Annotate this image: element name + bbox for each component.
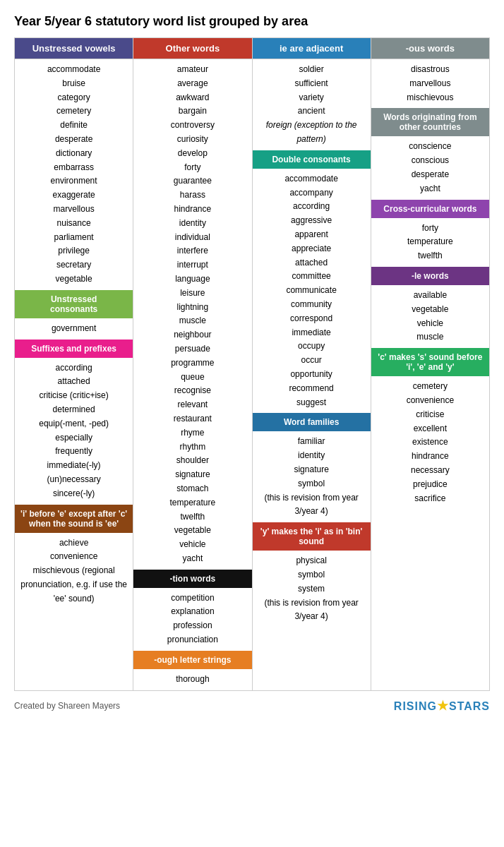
list-item: communicate [254, 284, 369, 298]
list-item: ancient [254, 104, 369, 119]
list-item: individual [135, 231, 250, 245]
list-item: shoulder [135, 454, 250, 468]
list-item: exaggerate [16, 188, 131, 203]
list-item: marvellous [373, 77, 488, 91]
le-words-header: -le words [371, 267, 489, 285]
list-item: neighbour [135, 328, 250, 342]
col-header-unstressed-vowels: Unstressed vowels [15, 38, 133, 59]
page-title: Year 5/year 6 statutory word list groupe… [14, 14, 490, 29]
col-header-other-words: Other words [133, 38, 252, 59]
list-item: stomach [135, 482, 250, 496]
list-item: embarrass [16, 161, 131, 175]
list-item: desperate [373, 168, 488, 182]
col-header-ous-words: -ous words [371, 38, 489, 59]
list-item: privilege [16, 244, 131, 258]
list-item: harass [135, 188, 250, 203]
list-item: yacht [135, 552, 250, 566]
suffixes-prefixes-list: according attached criticise (critic+ise… [15, 358, 133, 505]
main-content-row: accommodate bruise category cemetery def… [15, 59, 490, 691]
list-item: existence [373, 435, 488, 450]
list-item: interfere [135, 244, 250, 258]
list-item: familiar [254, 435, 369, 449]
list-item: convenience [373, 394, 488, 408]
other-words-list: amateur average awkward bargain controve… [133, 59, 251, 570]
list-item: occur [254, 354, 369, 368]
list-item: rhyme [135, 426, 250, 440]
list-item: amateur [135, 63, 250, 77]
list-item: mischievous [373, 91, 488, 105]
list-item: apparent [254, 228, 369, 242]
col4-content: disastrous marvellous mischievous Words … [371, 59, 489, 691]
word-families-list: familiar identity signature symbol (this… [253, 431, 371, 522]
list-item: awkward [135, 91, 250, 105]
list-item: hindrance [135, 203, 250, 217]
list-item: accommodate [254, 172, 369, 186]
list-item: opportunity [254, 368, 369, 382]
list-item: (this is revision from year 3/year 4) [254, 491, 369, 519]
list-item: variety [254, 91, 369, 105]
list-item: physical [254, 554, 369, 568]
list-item: necessary [373, 464, 488, 478]
col3-content: soldier sufficient variety ancient forei… [252, 59, 371, 691]
list-item: criticise (critic+ise) [16, 389, 131, 403]
column-headers: Unstressed vowels Other words ie are adj… [15, 38, 490, 59]
list-item: conscience [373, 140, 488, 154]
list-item: disastrous [373, 63, 488, 77]
list-item: relevant [135, 398, 250, 412]
list-item: identity [254, 449, 369, 463]
credit-text: Created by Shareen Mayers [14, 701, 120, 711]
le-words-list: available vegetable vehicle muscle [371, 285, 489, 348]
col1-content: accommodate bruise category cemetery def… [15, 59, 133, 691]
list-item: cemetery [373, 380, 488, 394]
list-item: temperature [135, 496, 250, 510]
list-item: prejudice [373, 478, 488, 492]
list-item: recognise [135, 384, 250, 398]
ough-list: thorough [133, 669, 251, 690]
list-item: muscle [373, 330, 488, 344]
list-item: recommend [254, 382, 369, 396]
list-item: profession [135, 619, 250, 633]
tion-words-header: -tion words [133, 570, 251, 588]
words-other-countries-header: Words originating from other countries [371, 108, 489, 136]
list-item: sincere(-ly) [16, 487, 131, 501]
list-item: immediate(-ly) [16, 459, 131, 473]
list-item: queue [135, 371, 250, 385]
list-item: vehicle [135, 538, 250, 552]
cross-curricular-header: Cross-curricular words [371, 200, 489, 218]
footer: Created by Shareen Mayers RISING★STARS [14, 698, 490, 714]
list-item: equip(-ment, -ped) [16, 417, 131, 431]
list-item: symbol [254, 568, 369, 582]
list-item: appreciate [254, 242, 369, 256]
list-item: nuisance [16, 217, 131, 231]
brand-name: RISING [394, 700, 437, 712]
list-item: aggressive [254, 214, 369, 228]
list-item: according [254, 200, 369, 214]
brand-suffix: STARS [449, 700, 490, 712]
list-item: programme [135, 356, 250, 371]
col-header-ie-adjacent: ie are adjacent [252, 38, 371, 59]
double-consonants-list: accommodate accompany according aggressi… [253, 169, 371, 414]
list-item: pronunciation [135, 633, 250, 647]
y-makes-i-list: physical symbol system (this is revision… [253, 551, 371, 627]
list-item: bruise [16, 77, 131, 91]
list-item: system [254, 582, 369, 596]
list-item: foreign (exception to the pattern) [254, 119, 369, 147]
list-item: identity [135, 217, 250, 231]
list-item: explanation [135, 605, 250, 619]
list-item: secretary [16, 258, 131, 272]
list-item: thorough [135, 673, 250, 687]
list-item: sacrifice [373, 492, 488, 506]
list-item: immediate [254, 326, 369, 340]
list-item: convenience [16, 550, 131, 564]
brand-star: ★ [437, 699, 449, 713]
list-item: twelfth [135, 510, 250, 524]
list-item: persuade [135, 342, 250, 356]
list-item: environment [16, 174, 131, 188]
list-item: sufficient [254, 77, 369, 91]
i-before-e-list: achieve convenience mischievous (regiona… [15, 533, 133, 610]
list-item: signature [254, 463, 369, 477]
list-item: develop [135, 147, 250, 161]
i-before-e-header: 'i' before 'e' except after 'c' when the… [15, 505, 133, 533]
list-item: frequently [16, 445, 131, 459]
list-item: controversy [135, 119, 250, 133]
